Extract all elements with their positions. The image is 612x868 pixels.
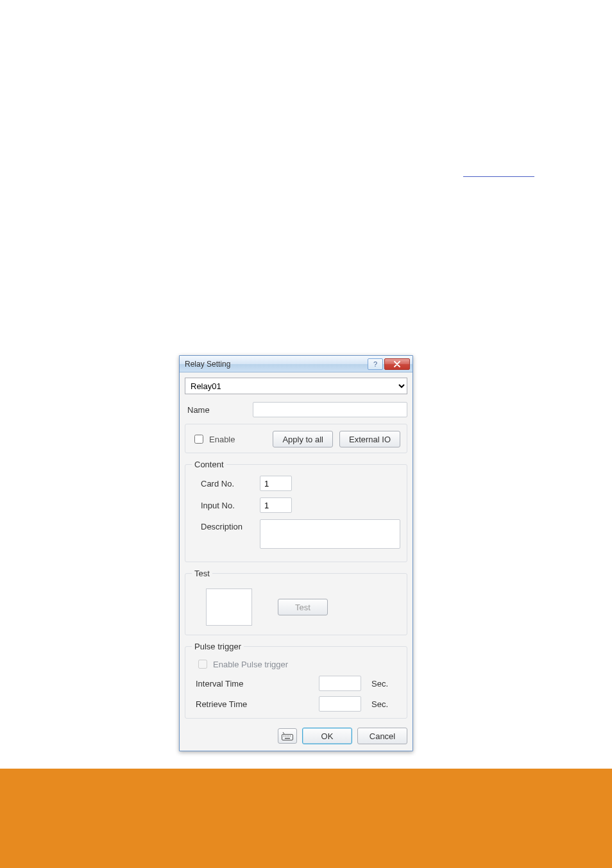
svg-rect-6	[285, 738, 290, 739]
keyboard-icon	[282, 731, 293, 740]
enable-pulse-checkbox[interactable]	[198, 660, 207, 669]
description-row: Description	[192, 519, 400, 549]
retrieve-label: Retrieve Time	[192, 699, 319, 709]
footer-buttons: OK Cancel	[185, 725, 407, 744]
card-no-input[interactable]	[260, 476, 292, 491]
apply-to-all-button[interactable]: Apply to all	[273, 431, 333, 447]
onscreen-keyboard-button[interactable]	[278, 728, 297, 744]
svg-point-4	[288, 735, 289, 736]
retrieve-row: Retrieve Time Sec.	[192, 696, 400, 712]
test-preview	[206, 588, 252, 626]
svg-point-2	[285, 735, 285, 736]
enable-group: Enable Apply to all External IO	[185, 424, 407, 453]
svg-rect-0	[282, 735, 293, 740]
retrieve-unit: Sec.	[371, 699, 388, 709]
svg-point-3	[287, 735, 287, 736]
enable-pulse-checkbox-wrap[interactable]: Enable Pulse trigger	[192, 658, 400, 671]
card-no-row: Card No.	[192, 476, 400, 491]
card-no-label: Card No.	[192, 479, 260, 488]
enable-label: Enable	[209, 435, 235, 444]
input-no-input[interactable]	[260, 497, 292, 513]
dialog-title: Relay Setting	[185, 360, 368, 369]
close-button[interactable]	[384, 358, 410, 370]
cancel-button[interactable]: Cancel	[357, 728, 407, 744]
test-row: Test	[192, 585, 400, 628]
input-no-row: Input No.	[192, 497, 400, 513]
enable-row: Enable Apply to all External IO	[192, 431, 400, 447]
name-label: Name	[185, 405, 253, 415]
dialog-body: Relay01 Name Enable Apply to all Externa…	[180, 372, 412, 751]
ok-button[interactable]: OK	[302, 728, 352, 744]
relay-select-wrap: Relay01	[185, 378, 407, 394]
description-textarea[interactable]	[260, 519, 400, 549]
help-button[interactable]: ?	[368, 358, 383, 370]
svg-point-1	[284, 735, 284, 736]
interval-row: Interval Time Sec.	[192, 676, 400, 691]
pulse-legend: Pulse trigger	[192, 642, 244, 651]
footer-orange-bar	[0, 769, 612, 868]
relay-select[interactable]: Relay01	[185, 378, 407, 394]
enable-checkbox[interactable]	[194, 435, 203, 444]
name-input[interactable]	[253, 402, 407, 417]
external-io-button[interactable]: External IO	[339, 431, 400, 447]
content-section: Content Card No. Input No. Description	[185, 460, 407, 562]
content-legend: Content	[192, 460, 226, 469]
pulse-section: Pulse trigger Enable Pulse trigger Inter…	[185, 642, 407, 719]
description-label: Description	[192, 519, 260, 531]
retrieve-input[interactable]	[319, 696, 361, 712]
relay-setting-dialog: Relay Setting ? Relay01 Name Enable	[179, 355, 413, 751]
interval-unit: Sec.	[371, 679, 388, 689]
svg-point-5	[290, 735, 291, 736]
close-icon	[394, 361, 400, 367]
interval-label: Interval Time	[192, 679, 319, 689]
test-legend: Test	[192, 569, 212, 578]
enable-pulse-label: Enable Pulse trigger	[213, 660, 288, 669]
accent-underline	[463, 176, 534, 177]
input-no-label: Input No.	[192, 501, 260, 510]
enable-checkbox-wrap[interactable]: Enable	[192, 433, 266, 446]
name-row: Name	[185, 402, 407, 417]
help-icon: ?	[373, 360, 377, 368]
test-button[interactable]: Test	[278, 599, 328, 615]
interval-input[interactable]	[319, 676, 361, 691]
titlebar[interactable]: Relay Setting ?	[180, 356, 412, 372]
test-section: Test Test	[185, 569, 407, 635]
